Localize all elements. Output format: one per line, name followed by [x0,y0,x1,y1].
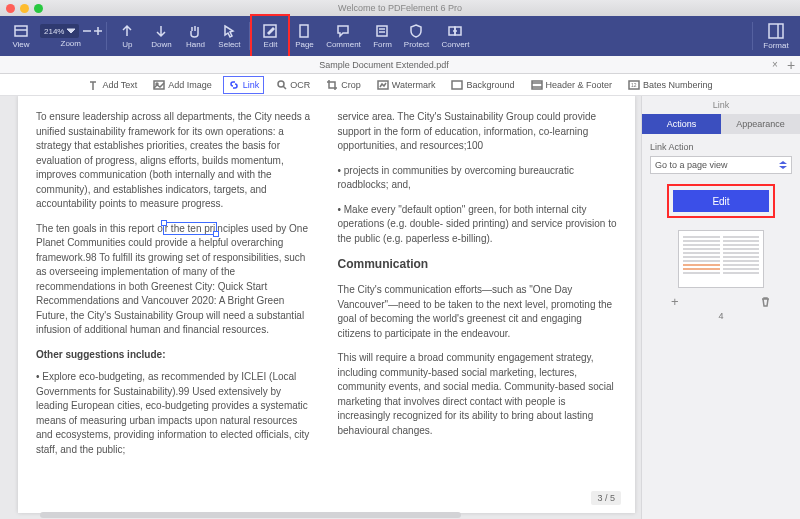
background-button[interactable]: Background [446,76,519,94]
text-column-left: To ensure leadership across all departme… [36,110,316,483]
view-icon [13,23,29,39]
document-area[interactable]: To ensure leadership across all departme… [0,96,641,519]
horizontal-scrollbar[interactable] [40,512,461,518]
minimize-window-icon[interactable] [20,4,29,13]
svg-rect-13 [769,24,783,38]
link-edit-button[interactable]: Edit [673,190,769,212]
panel-title: Link [642,96,800,114]
body-text[interactable]: • projects in communities by overcoming … [338,164,618,193]
heading[interactable]: Communication [338,256,618,273]
page-indicator: 3 / 5 [591,491,621,505]
page-canvas[interactable]: To ensure leadership across all departme… [18,96,635,513]
page-thumbnail-area: + 4 [642,230,800,519]
header-footer-icon [531,79,543,91]
select-arrows-icon [779,161,787,169]
link-selection-box[interactable]: r the ten pri [163,222,218,235]
workspace: To ensure leadership across all departme… [0,96,800,519]
format-icon [767,22,785,40]
convert-button[interactable]: Convert [433,17,477,55]
format-panel-button[interactable]: Format [756,22,796,50]
body-text[interactable]: To ensure leadership across all departme… [36,110,316,212]
zoom-label: Zoom [61,39,81,48]
text-icon [87,79,99,91]
traffic-lights [6,4,43,13]
view-button[interactable]: View [4,17,38,55]
edit-sub-toolbar: Add Text Add Image Link OCR Crop Waterma… [0,74,800,96]
watermark-button[interactable]: Watermark [372,76,441,94]
add-text-button[interactable]: Add Text [82,76,142,94]
zoom-out-icon[interactable] [82,26,92,36]
add-image-button[interactable]: Add Image [148,76,217,94]
zoom-in-icon[interactable] [93,26,103,36]
body-text[interactable]: service area. The City's Sustainability … [338,110,618,154]
edit-button-highlight: Edit [673,190,769,212]
body-text[interactable]: This will require a broad community enga… [338,351,618,438]
body-text[interactable]: • Make every "default option" green, for… [338,203,618,247]
svg-rect-7 [300,25,308,37]
zoom-value-dropdown[interactable]: 214% [40,24,79,38]
trash-icon[interactable] [760,296,771,307]
document-tabbar: Sample Document Extended.pdf × + [0,56,800,74]
page-thumbnail[interactable] [678,230,764,288]
chevron-down-icon [67,27,75,35]
thumb-add-button[interactable]: + [671,294,679,309]
subheading[interactable]: Other suggestions include: [36,348,316,363]
comment-icon [335,23,351,39]
link-icon [228,79,240,91]
bates-numbering-button[interactable]: 12 Bates Numbering [623,76,718,94]
close-window-icon[interactable] [6,4,15,13]
link-button[interactable]: Link [223,76,265,94]
ocr-icon [275,79,287,91]
down-button[interactable]: Down [144,17,178,55]
crop-icon [326,79,338,91]
arrow-up-icon [119,23,135,39]
form-button[interactable]: Form [365,17,399,55]
hand-icon [187,23,203,39]
section-label: Link Action [642,134,800,156]
svg-rect-19 [452,81,462,89]
background-icon [451,79,463,91]
link-action-select[interactable]: Go to a page view [650,156,792,174]
svg-marker-26 [779,166,787,169]
svg-marker-2 [67,29,75,33]
svg-rect-8 [377,26,387,36]
up-button[interactable]: Up [110,17,144,55]
maximize-window-icon[interactable] [34,4,43,13]
ocr-button[interactable]: OCR [270,76,315,94]
header-footer-button[interactable]: Header & Footer [526,76,618,94]
hand-button[interactable]: Hand [178,17,212,55]
thumbnail-page-number: 4 [718,311,723,321]
watermark-icon [377,79,389,91]
tab-appearance[interactable]: Appearance [721,114,800,134]
bates-icon: 12 [628,79,640,91]
image-icon [153,79,165,91]
page-button[interactable]: Page [287,17,321,55]
protect-button[interactable]: Protect [399,17,433,55]
shield-icon [408,23,424,39]
text-column-right: service area. The City's Sustainability … [338,110,618,483]
form-icon [374,23,390,39]
body-text[interactable]: The City's communication efforts—such as… [338,283,618,341]
panel-tabs: Actions Appearance [642,114,800,134]
svg-marker-25 [779,161,787,164]
page-icon [296,23,312,39]
body-text[interactable]: • Explore eco-budgeting, as recommended … [36,370,316,457]
window-title: Welcome to PDFelement 6 Pro [0,3,800,13]
document-tab[interactable]: Sample Document Extended.pdf [0,60,768,70]
body-text[interactable]: The ten goals in this report or the ten … [36,222,316,338]
main-toolbar: View 214% Zoom Up Down Hand Select [0,16,800,56]
window-titlebar: Welcome to PDFelement 6 Pro [0,0,800,16]
format-side-panel: Link Actions Appearance Link Action Go t… [641,96,800,519]
select-button[interactable]: Select [212,17,246,55]
edit-mode-button[interactable]: Edit [253,17,287,55]
comment-button[interactable]: Comment [321,17,365,55]
arrow-down-icon [153,23,169,39]
new-tab-button[interactable]: + [782,57,800,73]
convert-icon [447,23,463,39]
svg-text:12: 12 [631,82,637,88]
cursor-icon [221,23,237,39]
crop-button[interactable]: Crop [321,76,366,94]
svg-rect-0 [15,26,27,36]
tab-actions[interactable]: Actions [642,114,721,134]
close-tab-button[interactable]: × [768,59,782,70]
